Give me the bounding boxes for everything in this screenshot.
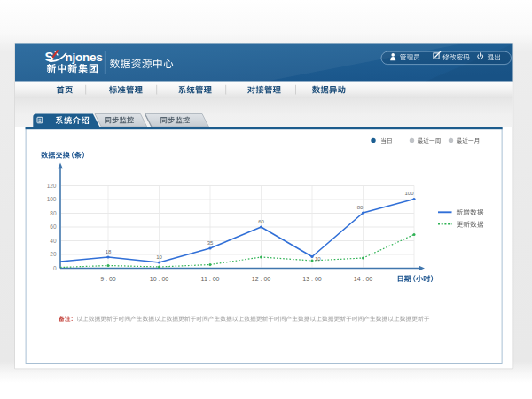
svg-text:100: 100 [47, 196, 57, 202]
svg-text:14 : 00: 14 : 00 [354, 276, 373, 282]
svg-text:60: 60 [50, 223, 57, 230]
svg-text:njones: njones [66, 51, 103, 64]
svg-text:80: 80 [357, 205, 364, 210]
svg-text:40: 40 [50, 238, 57, 244]
svg-text:10: 10 [156, 254, 162, 260]
svg-text:10 : 00: 10 : 00 [150, 276, 169, 282]
svg-text:80: 80 [50, 210, 57, 216]
svg-text:9 : 00: 9 : 00 [100, 276, 116, 282]
svg-text:100: 100 [404, 191, 414, 196]
svg-text:12 : 00: 12 : 00 [252, 276, 271, 282]
svg-text:0: 0 [53, 265, 57, 271]
svg-text:11 : 00: 11 : 00 [201, 276, 220, 282]
svg-text:35: 35 [207, 240, 214, 246]
svg-text:13 : 00: 13 : 00 [302, 276, 322, 282]
svg-text:18: 18 [106, 249, 112, 254]
svg-text:20: 20 [50, 251, 57, 257]
svg-text:120: 120 [47, 183, 57, 189]
svg-text:60: 60 [258, 219, 264, 224]
svg-text:10: 10 [315, 256, 321, 262]
